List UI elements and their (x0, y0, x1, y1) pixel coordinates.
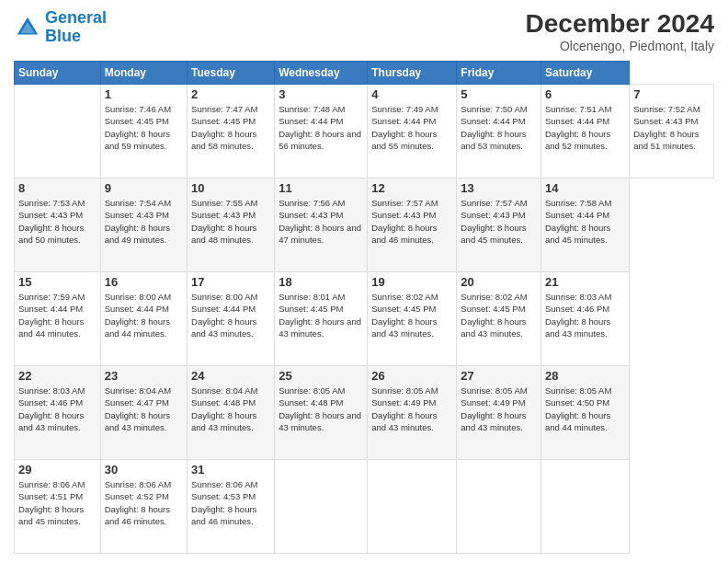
day-number: 31 (191, 463, 270, 477)
day-number: 2 (191, 87, 270, 101)
calendar-cell: 13Sunrise: 7:57 AMSunset: 4:43 PMDayligh… (457, 178, 541, 272)
day-info: Sunrise: 7:55 AMSunset: 4:43 PMDaylight:… (191, 197, 270, 246)
calendar-cell: 3Sunrise: 7:48 AMSunset: 4:44 PMDaylight… (275, 85, 368, 178)
day-number: 26 (371, 369, 452, 383)
calendar-cell: 24Sunrise: 8:04 AMSunset: 4:48 PMDayligh… (188, 366, 275, 460)
day-number: 16 (105, 275, 183, 289)
day-number: 28 (545, 369, 625, 383)
calendar-cell: 9Sunrise: 7:54 AMSunset: 4:43 PMDaylight… (100, 178, 187, 272)
calendar-cell (368, 460, 457, 554)
calendar-week-row: 1Sunrise: 7:46 AMSunset: 4:45 PMDaylight… (15, 85, 714, 178)
calendar-week-row: 15Sunrise: 7:59 AMSunset: 4:44 PMDayligh… (15, 272, 714, 366)
calendar-cell: 29Sunrise: 8:06 AMSunset: 4:51 PMDayligh… (15, 460, 101, 554)
calendar-cell: 28Sunrise: 8:05 AMSunset: 4:50 PMDayligh… (541, 366, 630, 460)
calendar-cell (275, 460, 368, 554)
day-info: Sunrise: 8:05 AMSunset: 4:49 PMDaylight:… (371, 385, 452, 433)
calendar-cell: 10Sunrise: 7:55 AMSunset: 4:43 PMDayligh… (188, 178, 275, 272)
calendar-cell: 27Sunrise: 8:05 AMSunset: 4:49 PMDayligh… (457, 366, 541, 460)
calendar-cell: 4Sunrise: 7:49 AMSunset: 4:44 PMDaylight… (368, 85, 457, 178)
day-info: Sunrise: 8:05 AMSunset: 4:48 PMDaylight:… (279, 385, 363, 433)
day-info: Sunrise: 8:00 AMSunset: 4:44 PMDaylight:… (105, 291, 183, 339)
day-number: 23 (105, 369, 183, 383)
calendar-cell: 31Sunrise: 8:06 AMSunset: 4:53 PMDayligh… (188, 460, 275, 554)
page: General Blue December 2024 Olcenengo, Pi… (0, 0, 728, 563)
main-title: December 2024 (526, 9, 714, 39)
logo-icon (14, 14, 41, 41)
day-number: 4 (371, 87, 452, 101)
day-info: Sunrise: 8:05 AMSunset: 4:50 PMDaylight:… (545, 385, 625, 433)
calendar-cell: 6Sunrise: 7:51 AMSunset: 4:44 PMDaylight… (541, 85, 630, 178)
day-info: Sunrise: 8:01 AMSunset: 4:45 PMDaylight:… (279, 291, 363, 339)
calendar-cell: 18Sunrise: 8:01 AMSunset: 4:45 PMDayligh… (275, 272, 368, 366)
day-info: Sunrise: 8:06 AMSunset: 4:53 PMDaylight:… (191, 478, 270, 527)
day-number: 1 (105, 87, 183, 101)
day-info: Sunrise: 8:05 AMSunset: 4:49 PMDaylight:… (461, 385, 537, 433)
day-info: Sunrise: 7:57 AMSunset: 4:43 PMDaylight:… (461, 197, 537, 246)
calendar-cell: 17Sunrise: 8:00 AMSunset: 4:44 PMDayligh… (188, 272, 275, 366)
calendar-header-row: SundayMondayTuesdayWednesdayThursdayFrid… (15, 62, 714, 85)
day-info: Sunrise: 7:51 AMSunset: 4:44 PMDaylight:… (545, 103, 625, 152)
calendar-day-header: Thursday (368, 62, 457, 85)
day-info: Sunrise: 8:06 AMSunset: 4:51 PMDaylight:… (18, 478, 97, 527)
day-number: 8 (18, 181, 97, 195)
day-info: Sunrise: 7:59 AMSunset: 4:44 PMDaylight:… (18, 291, 97, 339)
logo-general: General (45, 8, 107, 27)
day-number: 24 (191, 369, 270, 383)
day-info: Sunrise: 7:46 AMSunset: 4:45 PMDaylight:… (105, 103, 183, 152)
day-info: Sunrise: 7:56 AMSunset: 4:43 PMDaylight:… (279, 197, 363, 246)
day-number: 21 (545, 275, 625, 289)
calendar-week-row: 22Sunrise: 8:03 AMSunset: 4:46 PMDayligh… (15, 366, 714, 460)
logo-text: General Blue (45, 9, 107, 46)
subtitle: Olcenengo, Piedmont, Italy (526, 39, 714, 53)
day-info: Sunrise: 7:57 AMSunset: 4:43 PMDaylight:… (371, 197, 452, 246)
day-info: Sunrise: 8:06 AMSunset: 4:52 PMDaylight:… (105, 478, 183, 527)
calendar-week-row: 29Sunrise: 8:06 AMSunset: 4:51 PMDayligh… (15, 460, 714, 554)
calendar-cell: 14Sunrise: 7:58 AMSunset: 4:44 PMDayligh… (541, 178, 630, 272)
calendar-cell: 5Sunrise: 7:50 AMSunset: 4:44 PMDaylight… (457, 85, 541, 178)
calendar-day-header: Friday (457, 62, 541, 85)
day-info: Sunrise: 7:52 AMSunset: 4:43 PMDaylight:… (633, 103, 710, 152)
day-info: Sunrise: 8:03 AMSunset: 4:46 PMDaylight:… (545, 291, 625, 339)
calendar-cell: 26Sunrise: 8:05 AMSunset: 4:49 PMDayligh… (368, 366, 457, 460)
calendar-table: SundayMondayTuesdayWednesdayThursdayFrid… (14, 61, 714, 554)
day-number: 17 (191, 275, 270, 289)
header: General Blue December 2024 Olcenengo, Pi… (14, 9, 714, 53)
day-info: Sunrise: 7:58 AMSunset: 4:44 PMDaylight:… (545, 197, 625, 246)
calendar-cell: 21Sunrise: 8:03 AMSunset: 4:46 PMDayligh… (541, 272, 630, 366)
calendar-cell: 12Sunrise: 7:57 AMSunset: 4:43 PMDayligh… (368, 178, 457, 272)
title-block: December 2024 Olcenengo, Piedmont, Italy (526, 9, 714, 53)
day-number: 11 (279, 181, 363, 195)
calendar-cell (457, 460, 541, 554)
day-info: Sunrise: 8:04 AMSunset: 4:47 PMDaylight:… (105, 385, 183, 433)
logo: General Blue (14, 9, 107, 46)
calendar-cell: 16Sunrise: 8:00 AMSunset: 4:44 PMDayligh… (100, 272, 187, 366)
day-info: Sunrise: 8:02 AMSunset: 4:45 PMDaylight:… (461, 291, 537, 339)
calendar-day-header: Wednesday (275, 62, 368, 85)
day-number: 14 (545, 181, 625, 195)
day-number: 19 (371, 275, 452, 289)
calendar-cell: 2Sunrise: 7:47 AMSunset: 4:45 PMDaylight… (188, 85, 275, 178)
day-info: Sunrise: 8:02 AMSunset: 4:45 PMDaylight:… (371, 291, 452, 339)
calendar-day-header: Monday (100, 62, 187, 85)
day-number: 15 (18, 275, 97, 289)
day-number: 7 (633, 87, 710, 101)
day-info: Sunrise: 7:47 AMSunset: 4:45 PMDaylight:… (191, 103, 270, 152)
calendar-cell: 23Sunrise: 8:04 AMSunset: 4:47 PMDayligh… (100, 366, 187, 460)
calendar-cell: 22Sunrise: 8:03 AMSunset: 4:46 PMDayligh… (15, 366, 101, 460)
calendar-cell: 15Sunrise: 7:59 AMSunset: 4:44 PMDayligh… (15, 272, 101, 366)
calendar-cell (541, 460, 630, 554)
logo-blue: Blue (45, 27, 81, 45)
day-number: 3 (279, 87, 363, 101)
calendar-day-header: Tuesday (188, 62, 275, 85)
calendar-day-header: Saturday (541, 62, 630, 85)
day-info: Sunrise: 7:54 AMSunset: 4:43 PMDaylight:… (105, 197, 183, 246)
day-number: 10 (191, 181, 270, 195)
day-number: 30 (105, 463, 183, 477)
day-info: Sunrise: 7:48 AMSunset: 4:44 PMDaylight:… (279, 103, 363, 152)
day-info: Sunrise: 7:50 AMSunset: 4:44 PMDaylight:… (461, 103, 537, 152)
day-number: 25 (279, 369, 363, 383)
day-info: Sunrise: 7:53 AMSunset: 4:43 PMDaylight:… (18, 197, 97, 246)
calendar-cell: 1Sunrise: 7:46 AMSunset: 4:45 PMDaylight… (100, 85, 187, 178)
day-number: 20 (461, 275, 537, 289)
day-number: 5 (461, 87, 537, 101)
